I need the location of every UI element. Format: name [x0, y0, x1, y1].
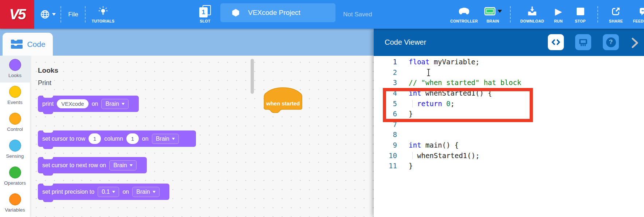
sidebar-item-control[interactable]: Control: [0, 109, 30, 136]
file-menu-button[interactable]: File: [64, 0, 82, 29]
indent-guide: [412, 100, 413, 107]
v5-logo-text: V5: [9, 6, 25, 23]
block-dropdown-precision[interactable]: 0.1: [98, 187, 119, 197]
code-toggle-button[interactable]: [548, 34, 564, 50]
toolbar-divider: [60, 6, 61, 23]
code-viewer-panel: Code Viewer ?: [374, 29, 644, 217]
tutorials-button[interactable]: TUTORIALS: [90, 0, 117, 29]
line-number: 7: [374, 120, 397, 128]
feedback-button[interactable]: FEEDBACK: [628, 0, 644, 29]
category-color-icon: [9, 113, 21, 125]
block-set-cursor-next-row[interactable]: set cursor to next row on Brain: [38, 157, 147, 173]
text-cursor-icon: [427, 69, 431, 78]
block-number-input[interactable]: 1: [126, 133, 139, 144]
help-button[interactable]: ?: [603, 34, 619, 50]
share-icon: [611, 5, 621, 17]
run-button[interactable]: ▶ RUN: [548, 0, 569, 29]
code-text: }: [409, 110, 413, 118]
code-line: 1float myVariable;: [374, 57, 644, 67]
brain-button[interactable]: BRAIN: [482, 0, 504, 29]
block-label: on: [92, 101, 98, 107]
feedback-label: FEEDBACK: [633, 19, 644, 23]
chevron-down-icon: [52, 13, 56, 16]
share-button[interactable]: SHARE: [604, 0, 628, 29]
block-label: set cursor to row: [42, 136, 85, 142]
feedback-icon: [639, 5, 644, 17]
block-number-input[interactable]: 1: [89, 133, 101, 144]
brain-icon: [484, 7, 496, 16]
slot-button[interactable]: 1 SLOT: [195, 0, 216, 29]
category-color-icon: [9, 166, 21, 178]
code-viewer-header: Code Viewer ?: [374, 29, 644, 56]
dropdown-caret-icon: [153, 191, 156, 193]
block-when-started[interactable]: when started: [263, 87, 303, 116]
sidebar-item-sensing[interactable]: Sensing: [0, 136, 30, 163]
brain-dropdown-caret-icon[interactable]: [498, 10, 502, 13]
block-set-print-precision[interactable]: set print precision to 0.1 on Brain: [38, 184, 169, 200]
line-number: 8: [374, 130, 397, 138]
stop-button[interactable]: STOP: [569, 0, 592, 29]
project-title-field[interactable]: VEXcode Project: [220, 3, 335, 22]
hat-block-label: when started: [266, 100, 300, 107]
code-line: 8: [374, 129, 644, 140]
code-text: return 0;: [409, 100, 455, 108]
tab-code[interactable]: Code: [3, 33, 53, 56]
category-label: Looks: [8, 73, 21, 78]
category-color-icon: [9, 140, 21, 152]
code-token: [442, 100, 446, 108]
tutorials-label: TUTORIALS: [92, 19, 115, 23]
download-button[interactable]: DOWNLOAD: [517, 0, 548, 29]
slot-label: SLOT: [200, 19, 210, 23]
block-dropdown-brain[interactable]: Brain: [109, 160, 136, 170]
brain-device-icon: [578, 37, 588, 47]
code-token: return: [417, 100, 442, 108]
code-line: 5return 0;: [374, 98, 644, 109]
download-label: DOWNLOAD: [520, 19, 544, 23]
code-token: myVariable;: [429, 58, 479, 66]
sidebar-item-events[interactable]: Events: [0, 83, 30, 109]
code-token: whenStarted1();: [417, 152, 480, 160]
sidebar-item-variables[interactable]: Variables: [0, 190, 30, 217]
category-label: Events: [7, 100, 22, 105]
block-dropdown-brain[interactable]: Brain: [132, 187, 159, 197]
controller-button[interactable]: CONTROLLER: [447, 0, 482, 29]
brain-view-button[interactable]: [575, 34, 591, 50]
share-label: SHARE: [609, 19, 623, 23]
category-label: Operators: [4, 180, 26, 186]
code-token: // "when started" hat block: [409, 79, 521, 87]
slot-icon: 1: [199, 5, 211, 17]
collapse-panel-button[interactable]: [630, 37, 641, 48]
category-color-icon: [9, 193, 21, 205]
vexcode-app: V5 File: [0, 0, 644, 217]
block-label: on: [142, 136, 149, 142]
code-token: float: [409, 58, 429, 66]
code-lines: 1float myVariable;23// "when started" ha…: [374, 57, 644, 171]
help-icon: ?: [606, 37, 616, 47]
block-dropdown-brain[interactable]: Brain: [152, 134, 179, 144]
block-text-input[interactable]: VEXcode: [57, 99, 89, 108]
run-icon: ▶: [555, 5, 562, 17]
code-line: 11}: [374, 161, 644, 171]
code-line: 9int main() {: [374, 140, 644, 150]
controller-label: CONTROLLER: [450, 19, 478, 23]
sidebar-item-looks[interactable]: Looks: [0, 56, 30, 83]
line-number: 9: [374, 141, 397, 149]
code-brackets-icon: [550, 37, 561, 47]
code-token: }: [409, 162, 413, 170]
code-line: 10whenStarted1();: [374, 150, 644, 161]
block-set-cursor-row-column[interactable]: set cursor to row 1 column 1 on Brain: [38, 130, 196, 147]
language-menu-button[interactable]: [37, 0, 58, 29]
save-status: Not Saved: [343, 0, 387, 29]
code-token: }: [409, 110, 413, 118]
dropdown-caret-icon: [122, 103, 125, 105]
stop-label: STOP: [575, 19, 586, 23]
block-dropdown-brain[interactable]: Brain: [101, 99, 128, 109]
block-print[interactable]: print VEXcode on Brain: [38, 96, 139, 112]
line-number: 4: [374, 89, 397, 97]
v5-logo[interactable]: V5: [0, 0, 34, 29]
palette-scrollbar[interactable]: [251, 59, 254, 94]
line-number: 2: [374, 68, 397, 76]
sidebar-item-operators[interactable]: Operators: [0, 163, 30, 190]
code-token: int: [409, 141, 421, 149]
code-text: int main() {: [409, 141, 459, 149]
